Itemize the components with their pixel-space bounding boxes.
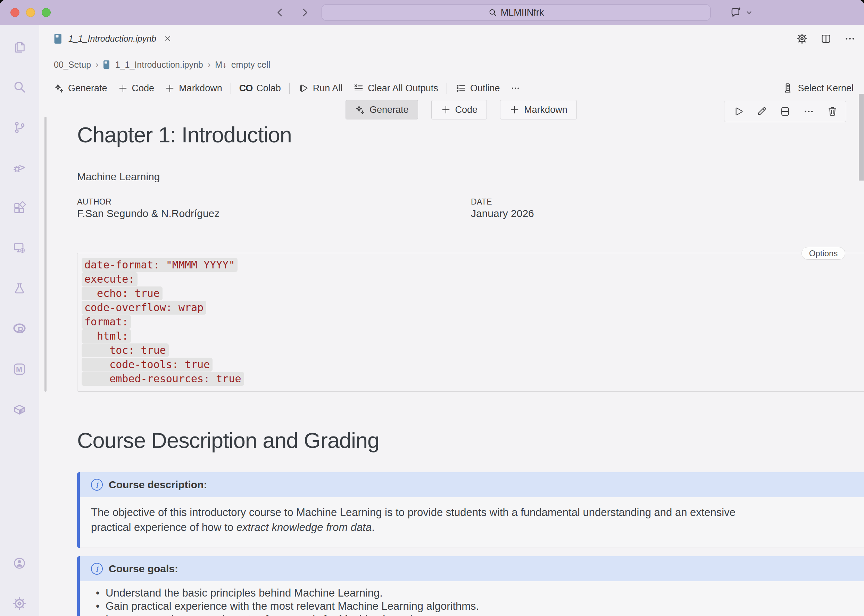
split-editor-icon[interactable] xyxy=(820,33,832,44)
delete-cell-icon[interactable] xyxy=(826,105,838,117)
colab-button[interactable]: CO Colab xyxy=(234,77,286,99)
callout-body: Understand the basic principles behind M… xyxy=(80,581,864,616)
svg-text:R: R xyxy=(18,326,24,335)
callout-title: Course description: xyxy=(109,479,207,491)
yaml-code-block: date-format: "MMMM YYYY" execute: echo: … xyxy=(77,253,864,392)
editor-settings-gear-icon[interactable] xyxy=(796,33,808,44)
chevron-down-icon[interactable] xyxy=(745,9,753,16)
edit-cell-icon[interactable] xyxy=(756,105,767,117)
settings-gear-icon[interactable] xyxy=(13,597,27,610)
callout-course-description: i Course description: The objective of t… xyxy=(77,472,864,548)
breadcrumb: 00_Setup › 1_1_Introduction.ipynb › M↓ e… xyxy=(39,52,864,77)
cell-more-icon[interactable] xyxy=(803,105,815,117)
tab-bar: 1_1_Introduction.ipynb xyxy=(39,25,864,52)
description-line2: practical experience of how to xyxy=(91,521,237,533)
kernel-icon xyxy=(782,82,793,94)
tab-notebook[interactable]: 1_1_Introduction.ipynb xyxy=(39,25,182,52)
add-code-label: Code xyxy=(132,83,154,94)
account-icon[interactable] xyxy=(13,556,27,570)
breadcrumb-cell[interactable]: empty cell xyxy=(231,60,270,70)
run-all-button[interactable]: Run All xyxy=(293,77,348,99)
section-title: Course Description and Grading xyxy=(77,428,379,453)
command-center-search[interactable]: MLMIINfrk xyxy=(322,5,710,20)
testing-icon[interactable] xyxy=(13,281,27,295)
date-label: DATE xyxy=(471,197,492,207)
toolbar-separator xyxy=(231,83,231,94)
code-line: echo: true xyxy=(82,286,864,300)
description-italic: extract knowledge from data xyxy=(237,521,372,533)
breadcrumb-separator: › xyxy=(208,60,211,70)
run-debug-icon[interactable] xyxy=(13,161,27,174)
more-actions-icon[interactable] xyxy=(844,33,856,44)
cell-focus-bar xyxy=(44,117,47,392)
select-kernel-label: Select Kernel xyxy=(798,83,854,94)
add-code-button[interactable]: Code xyxy=(113,77,160,99)
container-icon[interactable] xyxy=(13,402,27,416)
notebook-content: Generate Code Markdown Chapter xyxy=(39,99,864,616)
minimize-window-button[interactable] xyxy=(26,8,35,17)
run-all-label: Run All xyxy=(313,83,343,94)
info-icon: i xyxy=(91,479,103,491)
cell-action-toolbar xyxy=(724,101,846,122)
cell-add-code-button[interactable]: Code xyxy=(431,100,487,119)
m-extension-icon[interactable]: M xyxy=(13,362,27,376)
select-kernel-button[interactable]: Select Kernel xyxy=(782,82,854,94)
breadcrumb-file[interactable]: 1_1_Introduction.ipynb xyxy=(115,60,203,70)
r-language-icon[interactable]: R xyxy=(13,322,27,336)
author-label: AUTHOR xyxy=(77,197,112,207)
toolbar-separator xyxy=(446,83,447,94)
source-control-icon[interactable] xyxy=(13,121,27,134)
add-markdown-label: Markdown xyxy=(179,83,222,94)
window-titlebar: MLMIINfrk xyxy=(0,0,864,25)
clear-all-label: Clear All Outputs xyxy=(368,83,438,94)
generate-button[interactable]: Generate xyxy=(49,77,113,99)
cell-insert-toolbar: Generate Code Markdown xyxy=(346,100,577,119)
code-line: html: xyxy=(82,329,864,343)
plus-icon xyxy=(165,83,175,93)
vscode-window: MLMIINfrk R M 1_1_Introduction.ipynb xyxy=(0,0,864,616)
plus-icon xyxy=(441,105,451,115)
goal-item: Understand the basic principles behind M… xyxy=(96,586,864,600)
forward-icon[interactable] xyxy=(298,6,311,19)
copilot-chat-icon[interactable] xyxy=(729,6,743,19)
extensions-icon[interactable] xyxy=(13,201,27,215)
close-window-button[interactable] xyxy=(10,8,19,17)
callout-header: i Course description: xyxy=(80,472,864,497)
markdown-cell-marker: M↓ xyxy=(215,60,226,70)
info-icon: i xyxy=(91,563,103,575)
goal-item: Learn to use the most relevant software … xyxy=(96,613,864,616)
breadcrumb-folder[interactable]: 00_Setup xyxy=(54,60,91,70)
cell-add-markdown-label: Markdown xyxy=(524,105,567,115)
tab-close-icon[interactable] xyxy=(163,35,172,43)
cell-add-markdown-button[interactable]: Markdown xyxy=(500,100,577,119)
remote-explorer-icon[interactable] xyxy=(13,241,27,255)
run-cell-icon[interactable] xyxy=(732,105,744,117)
plus-icon xyxy=(509,105,520,115)
outline-icon xyxy=(455,83,467,94)
cell-generate-button[interactable]: Generate xyxy=(346,100,418,119)
search-sidebar-icon[interactable] xyxy=(13,80,27,94)
sparkle-icon xyxy=(355,105,365,115)
outline-button[interactable]: Outline xyxy=(450,77,505,99)
options-button[interactable]: Options xyxy=(801,247,845,260)
tab-title: 1_1_Introduction.ipynb xyxy=(68,34,156,44)
goals-list: Understand the basic principles behind M… xyxy=(91,586,864,616)
callout-course-goals: i Course goals: Understand the basic pri… xyxy=(77,556,864,616)
toolbar-more-icon[interactable] xyxy=(505,77,526,99)
add-markdown-button[interactable]: Markdown xyxy=(159,77,228,99)
explorer-icon[interactable] xyxy=(13,40,27,54)
breadcrumb-separator: › xyxy=(96,60,99,70)
activity-bar: R M xyxy=(0,25,39,616)
code-line: toc: true xyxy=(82,343,864,357)
zoom-window-button[interactable] xyxy=(42,8,51,17)
notebook-toolbar: Generate Code Markdown CO Colab Run All xyxy=(39,77,864,99)
code-line: embed-resources: true xyxy=(82,372,864,386)
date-value: January 2026 xyxy=(471,207,534,220)
split-cell-icon[interactable] xyxy=(779,105,791,117)
colab-label: Colab xyxy=(256,83,281,94)
notebook-file-icon-small xyxy=(103,60,111,69)
notebook-file-icon xyxy=(54,33,63,44)
author-value: F.San Segundo & N.Rodríguez xyxy=(77,207,220,220)
back-icon[interactable] xyxy=(274,6,286,19)
clear-all-outputs-button[interactable]: Clear All Outputs xyxy=(348,77,443,99)
